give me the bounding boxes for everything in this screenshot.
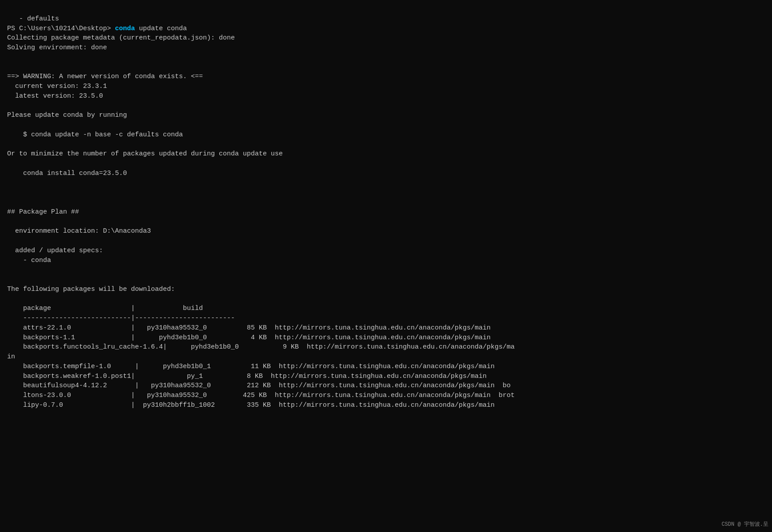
line-install-cmd: conda install conda=23.5.0	[7, 170, 127, 177]
line-specs-conda: - conda	[7, 257, 51, 264]
line-env-location: environment location: D:\Anaconda3	[7, 227, 151, 235]
line-attrs: attrs-22.1.0 | py310haa95532_0 85 KB htt…	[7, 324, 491, 332]
line-solving: Solving environment: done	[7, 44, 107, 52]
line-please-update: Please update conda by running	[7, 111, 127, 119]
line-prompt: PS C:\Users\10214\Desktop> conda update …	[7, 25, 187, 32]
line-update-cmd: $ conda update -n base -c defaults conda	[7, 131, 183, 139]
line-warning: ==> WARNING: A newer version of conda ex…	[7, 73, 203, 80]
terminal-output: - defaults PS C:\Users\10214\Desktop> co…	[7, 4, 765, 410]
line-package-plan: ## Package Plan ##	[7, 208, 79, 216]
line-or-to: Or to minimize the number of packages up…	[7, 150, 283, 158]
line-backports-functools: backports.functools_lru_cache-1.6.4| pyh…	[7, 343, 515, 351]
line-ltons: ltons-23.0.0 | py310haa95532_0 425 KB ht…	[7, 392, 515, 399]
line-backports-functools-wrap: in	[7, 353, 15, 361]
line-lipy: lipy-0.7.0 | py310h2bbff1b_1002 335 KB h…	[7, 401, 495, 409]
line-current-version: current version: 23.3.1	[7, 83, 107, 90]
line-backports-tempfile: backports.tempfile-1.0 | pyhd3eb1b0_1 11…	[7, 363, 495, 370]
line-backports: backports-1.1 | pyhd3eb1b0_0 4 KB http:/…	[7, 334, 491, 341]
line-added-specs: added / updated specs:	[7, 247, 103, 254]
line-defaults: - defaults	[15, 15, 59, 23]
line-beautifulsoup4: beautifulsoup4-4.12.2 | py310haa95532_0 …	[7, 382, 511, 389]
line-following-packages: The following packages will be downloade…	[7, 286, 175, 293]
line-collecting: Collecting package metadata (current_rep…	[7, 34, 235, 42]
line-table-header: package | build	[7, 305, 203, 312]
line-latest-version: latest version: 23.5.0	[7, 92, 103, 100]
watermark-text: CSDN @ 宇智波.呈	[721, 521, 768, 528]
line-table-divider: ---------------------------|------------…	[7, 314, 235, 322]
line-backports-weakref: backports.weakref-1.0.post1| py_1 8 KB h…	[7, 373, 487, 380]
